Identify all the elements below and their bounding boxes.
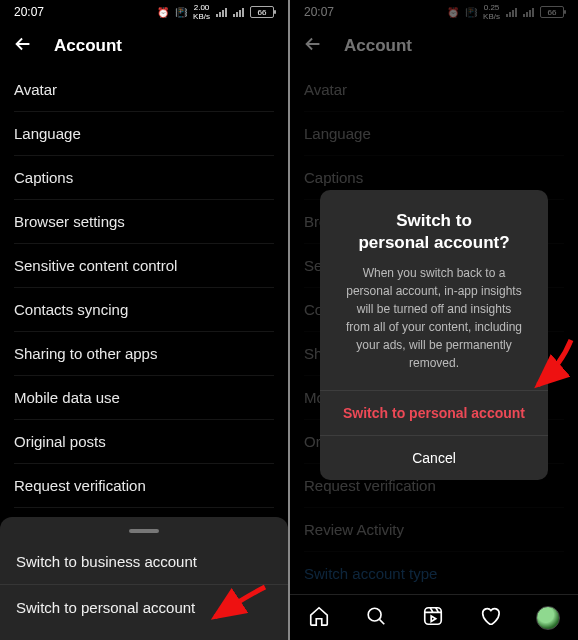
vibrate-icon: 📳 <box>175 7 187 18</box>
screenshot-right: 20:07 ⏰ 📳 0.25KB/s 66 Account Avatar Lan… <box>290 0 578 640</box>
page-title: Account <box>54 36 122 56</box>
dialog-body: When you switch back to a personal accou… <box>320 264 548 390</box>
list-item[interactable]: Original posts <box>14 420 274 464</box>
list-item[interactable]: Browser settings <box>14 200 274 244</box>
list-item[interactable]: Avatar <box>14 68 274 112</box>
confirm-dialog: Switch topersonal account? When you swit… <box>320 190 548 480</box>
list-item[interactable]: Contacts syncing <box>14 288 274 332</box>
reels-icon[interactable] <box>422 605 444 631</box>
net-speed: 2.00KB/s <box>193 3 210 21</box>
list-item[interactable]: Language <box>14 112 274 156</box>
profile-avatar[interactable] <box>536 606 560 630</box>
bottom-sheet: Switch to business account Switch to per… <box>0 517 288 640</box>
svg-point-0 <box>368 608 381 621</box>
bottom-nav <box>290 594 578 640</box>
header: Account <box>0 24 288 68</box>
status-bar: 20:07 ⏰ 📳 2.00KB/s 66 <box>0 0 288 24</box>
search-icon[interactable] <box>365 605 387 631</box>
dialog-title: Switch topersonal account? <box>320 190 548 264</box>
alarm-icon: ⏰ <box>157 7 169 18</box>
battery-icon: 66 <box>250 6 274 18</box>
signal-icon <box>233 8 244 17</box>
list-item[interactable]: Sharing to other apps <box>14 332 274 376</box>
list-item[interactable]: Mobile data use <box>14 376 274 420</box>
list-item[interactable]: Captions <box>14 156 274 200</box>
signal-icon <box>216 8 227 17</box>
settings-list: Avatar Language Captions Browser setting… <box>0 68 288 552</box>
switch-business-option[interactable]: Switch to business account <box>0 539 288 584</box>
confirm-switch-button[interactable]: Switch to personal account <box>320 390 548 435</box>
home-icon[interactable] <box>308 605 330 631</box>
switch-personal-option[interactable]: Switch to personal account <box>0 584 288 630</box>
back-arrow-icon[interactable] <box>12 33 34 59</box>
svg-rect-1 <box>425 607 442 624</box>
screenshot-left: 20:07 ⏰ 📳 2.00KB/s 66 Account Avatar Lan… <box>0 0 288 640</box>
status-time: 20:07 <box>14 5 44 19</box>
cancel-button[interactable]: Cancel <box>320 435 548 480</box>
list-item[interactable]: Request verification <box>14 464 274 508</box>
list-item[interactable]: Sensitive content control <box>14 244 274 288</box>
sheet-grip[interactable] <box>129 529 159 533</box>
heart-icon[interactable] <box>479 605 501 631</box>
